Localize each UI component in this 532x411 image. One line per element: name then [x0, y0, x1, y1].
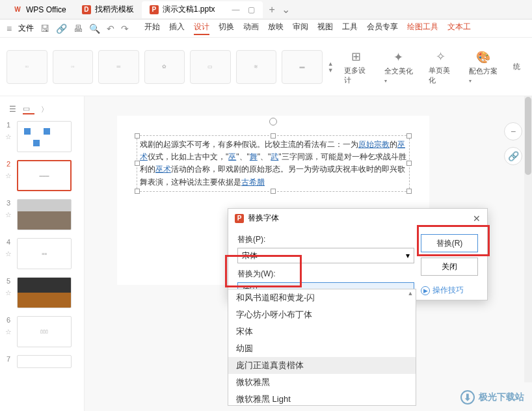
- link-wu3[interactable]: 武: [271, 152, 278, 161]
- menu-start[interactable]: 开始: [144, 21, 160, 35]
- slide-item-3[interactable]: 3☆: [4, 199, 80, 230]
- resize-handle[interactable]: [135, 133, 140, 139]
- font-option-hover[interactable]: 庞门正道真贵楷体: [228, 357, 416, 374]
- template-scroll[interactable]: ▲▼: [328, 60, 334, 73]
- template-thumb-2[interactable]: ◦◦: [53, 50, 94, 84]
- template-thumb-6[interactable]: ≋: [236, 50, 277, 84]
- replace-select[interactable]: 宋体 ▾: [237, 248, 414, 263]
- win-min-icon[interactable]: —: [232, 5, 240, 14]
- template-thumb-7[interactable]: ▬: [282, 50, 323, 84]
- list-scroll-up-icon[interactable]: ▲: [405, 291, 416, 296]
- menu-draw-tools[interactable]: 绘图工具: [407, 21, 438, 35]
- menu-transition[interactable]: 切换: [219, 21, 234, 35]
- close-button[interactable]: 关闭: [421, 258, 478, 276]
- font-option[interactable]: 微软雅黑: [228, 374, 416, 391]
- menu-review[interactable]: 审阅: [293, 21, 308, 35]
- thumbnail-icon[interactable]: ▭: [23, 104, 34, 114]
- star-icon[interactable]: ☆: [5, 211, 12, 219]
- font-option[interactable]: 宋体: [228, 323, 416, 340]
- outline-icon[interactable]: ☰: [9, 105, 16, 114]
- dialog-titlebar[interactable]: P 替换字体 ✕: [228, 209, 487, 228]
- tips-link[interactable]: ▶ 操作技巧: [421, 281, 478, 300]
- slide-item-2[interactable]: 2☆ ═══: [4, 160, 80, 191]
- link-wu[interactable]: 巫: [228, 152, 236, 161]
- save-icon[interactable]: 🖫: [40, 23, 49, 34]
- font-option[interactable]: 幼圆: [228, 340, 416, 357]
- slide-thumb-5[interactable]: [17, 277, 72, 308]
- menu-member[interactable]: 会员专享: [367, 21, 398, 35]
- hamburger-icon[interactable]: ≡: [7, 23, 12, 34]
- font-option[interactable]: 和风书道昭和黄龙-闪: [228, 289, 416, 306]
- unify-button[interactable]: 统: [508, 58, 525, 75]
- resize-handle[interactable]: [271, 189, 276, 194]
- file-menu-button[interactable]: 文件: [18, 23, 34, 34]
- link-icon[interactable]: 🔗: [56, 23, 67, 34]
- more-design-button[interactable]: ⊞ 更多设计: [339, 45, 374, 89]
- undo-icon[interactable]: ↶: [107, 23, 114, 34]
- slide-item-5[interactable]: 5☆: [4, 277, 80, 308]
- slide-thumb-3[interactable]: [17, 199, 72, 230]
- slide-thumb-4[interactable]: ≡≡: [17, 238, 72, 269]
- link-tool-button[interactable]: 🔗: [504, 147, 522, 165]
- preview-icon[interactable]: 🔍: [89, 23, 100, 34]
- resize-handle[interactable]: [135, 189, 140, 194]
- resize-handle[interactable]: [406, 161, 412, 166]
- replace-button[interactable]: 替换(R): [421, 234, 478, 252]
- scrollbar-thumb[interactable]: [525, 97, 531, 175]
- font-option[interactable]: 微软雅黑 Light: [228, 391, 416, 406]
- single-beautify-button[interactable]: ✧ 单页美化: [423, 45, 459, 89]
- full-beautify-button[interactable]: ✦ 全文美化 ▾: [379, 46, 418, 88]
- font-dropdown-list[interactable]: ▲ 和风书道昭和黄龙-闪 字心坊小呀小布丁体 宋体 幼圆 庞门正道真贵楷体 微软…: [228, 289, 416, 406]
- resize-handle[interactable]: [135, 161, 140, 166]
- win-restore-icon[interactable]: ▢: [248, 5, 255, 14]
- slide-thumb-1[interactable]: [17, 121, 72, 152]
- slide-item-6[interactable]: 6☆ ▯▯▯: [4, 316, 80, 347]
- menu-text-tools[interactable]: 文本工: [447, 21, 471, 35]
- text-content[interactable]: 戏剧的起源实不可考，有多种假说。比较主流的看法有二：一为原始宗教的巫术仪式，比如…: [140, 139, 406, 189]
- star-icon[interactable]: ☆: [5, 289, 12, 297]
- redo-icon[interactable]: ↷: [121, 23, 129, 34]
- pptx-logo-icon: P: [150, 5, 159, 14]
- template-thumb-4[interactable]: ✿: [144, 50, 185, 84]
- print-icon[interactable]: 🖶: [73, 23, 83, 34]
- slide-thumb-7[interactable]: [17, 355, 72, 368]
- template-thumb-5[interactable]: ▭: [190, 50, 231, 84]
- menu-design[interactable]: 设计: [194, 21, 209, 35]
- slide-item-7[interactable]: 7: [4, 355, 80, 368]
- star-icon[interactable]: ☆: [5, 133, 12, 141]
- slide-thumb-2[interactable]: ═══: [17, 160, 72, 191]
- color-scheme-button[interactable]: 🎨 配色方案 ▾: [464, 46, 503, 88]
- text-frame[interactable]: 戏剧的起源实不可考，有多种假说。比较主流的看法有二：一为原始宗教的巫术仪式，比如…: [137, 135, 410, 192]
- star-icon[interactable]: ☆: [5, 250, 12, 258]
- vertical-scrollbar[interactable]: [524, 96, 532, 382]
- tabs-more-icon[interactable]: ⌄: [282, 3, 290, 16]
- close-icon[interactable]: ✕: [473, 213, 481, 224]
- chevron-right-icon[interactable]: 〉: [41, 105, 48, 114]
- menu-animation[interactable]: 动画: [243, 21, 259, 35]
- zoom-out-button[interactable]: −: [504, 122, 522, 140]
- template-thumb-1[interactable]: ▫▫: [7, 50, 47, 84]
- resize-handle[interactable]: [271, 133, 276, 139]
- menu-tools[interactable]: 工具: [342, 21, 358, 35]
- template-thumb-3[interactable]: ═: [98, 50, 139, 84]
- slide-item-4[interactable]: 4☆ ≡≡: [4, 238, 80, 269]
- link-wu2[interactable]: 舞: [250, 152, 258, 161]
- app-tab-document[interactable]: P 演示文稿1.pptx — ▢: [142, 1, 263, 18]
- resize-handle[interactable]: [406, 189, 412, 194]
- link-greece[interactable]: 古希腊: [241, 178, 265, 187]
- link-religion[interactable]: 原始宗教: [358, 140, 390, 149]
- menu-insert[interactable]: 插入: [169, 21, 185, 35]
- slide-thumb-6[interactable]: ▯▯▯: [17, 316, 72, 347]
- add-tab-button[interactable]: +: [269, 4, 275, 16]
- link-witchcraft2[interactable]: 巫术: [155, 165, 171, 174]
- star-icon[interactable]: ☆: [5, 328, 12, 336]
- menu-view[interactable]: 视图: [317, 21, 333, 35]
- rotate-handle[interactable]: [269, 118, 277, 126]
- star-icon[interactable]: ☆: [5, 172, 12, 180]
- resize-handle[interactable]: [406, 133, 412, 139]
- font-option[interactable]: 字心坊小呀小布丁体: [228, 306, 416, 323]
- slide-item-1[interactable]: 1☆: [4, 121, 80, 152]
- app-tab-wps[interactable]: W WPS Office: [5, 1, 74, 18]
- menu-slideshow[interactable]: 放映: [268, 21, 284, 35]
- app-tab-template[interactable]: D 找稻壳模板: [74, 1, 142, 18]
